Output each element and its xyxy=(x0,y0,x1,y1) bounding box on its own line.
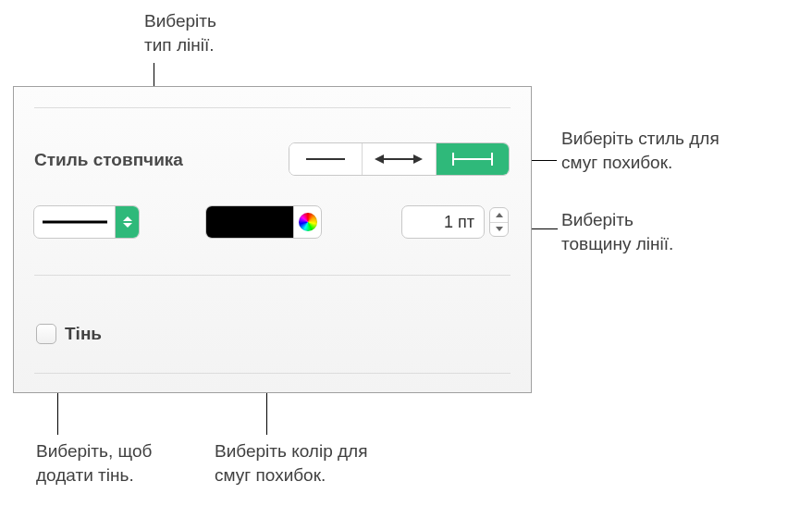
stepper-down[interactable] xyxy=(490,223,508,237)
solid-line-icon xyxy=(43,219,107,225)
double-arrow-icon xyxy=(375,154,423,165)
callout-line-width: Виберіть товщину лінії. xyxy=(561,208,673,255)
line-color-well[interactable] xyxy=(205,205,322,239)
line-type-preview xyxy=(34,219,115,225)
color-picker-button[interactable] xyxy=(293,206,321,238)
shadow-checkbox-row: Тінь xyxy=(36,324,102,344)
separator xyxy=(34,275,511,276)
line-width-field[interactable]: 1 пт xyxy=(401,205,485,239)
chevron-up-icon xyxy=(496,213,503,217)
chevron-down-icon xyxy=(123,223,132,228)
error-bar-style-arrows[interactable] xyxy=(363,143,436,175)
callout-color: Виберіть колір для смуг похибок. xyxy=(215,439,367,487)
color-wheel-icon xyxy=(299,213,317,231)
separator xyxy=(34,373,511,374)
error-bar-style-caps[interactable] xyxy=(437,143,509,175)
callout-shadow: Виберіть, щоб додати тінь. xyxy=(36,439,152,487)
section-title-bar-style: Стиль стовпчика xyxy=(34,150,183,170)
shadow-checkbox[interactable] xyxy=(36,324,56,344)
error-bar-style-segmented[interactable] xyxy=(289,142,510,176)
callout-line-type: Виберіть тип лінії. xyxy=(144,9,216,56)
capped-line-icon xyxy=(449,151,496,167)
line-width-stepper[interactable]: 1 пт xyxy=(401,205,509,239)
line-width-stepper-buttons[interactable] xyxy=(489,207,509,237)
shadow-checkbox-label: Тінь xyxy=(65,324,102,344)
chevron-up-icon xyxy=(123,216,132,221)
stepper-up[interactable] xyxy=(490,208,508,223)
separator xyxy=(34,107,511,108)
svg-marker-2 xyxy=(375,154,384,164)
chevron-down-icon xyxy=(496,227,503,231)
bar-style-panel: Стиль стовпчика xyxy=(13,86,532,393)
line-type-popup[interactable] xyxy=(33,205,140,239)
callout-error-style: Виберіть стиль для смуг похибок. xyxy=(561,127,720,174)
svg-marker-3 xyxy=(413,154,423,164)
line-type-disclosure[interactable] xyxy=(115,206,139,238)
color-swatch[interactable] xyxy=(206,206,293,238)
error-bar-style-line[interactable] xyxy=(289,143,363,175)
line-icon xyxy=(304,154,347,164)
